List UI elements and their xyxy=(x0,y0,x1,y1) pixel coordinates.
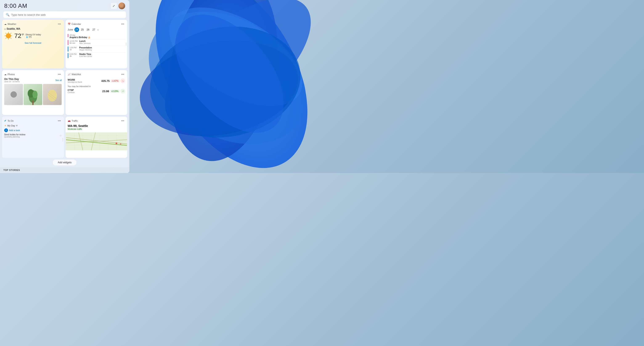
watchlist-title: Watchlist xyxy=(72,73,81,76)
calendar-event-studio[interactable]: 6:00 PM3h Studio Time Conf Rm 32/35 xyxy=(68,52,125,59)
traffic-location: WA-99, Seattle xyxy=(68,124,125,128)
calendar-month: June xyxy=(68,28,73,31)
event-lunch-title: Lunch xyxy=(79,40,91,42)
calendar-chevron-icon[interactable]: ∨ xyxy=(97,29,99,31)
cal-date-25[interactable]: 25 xyxy=(80,28,85,32)
calendar-event-presentation[interactable]: 1:30 PM1h Presentation Skype Meeting xyxy=(68,46,125,52)
weather-precip: 💧 0% xyxy=(26,36,41,38)
traffic-widget: 🚗 Traffic ••• WA-99, Seattle Moderate tr… xyxy=(66,117,128,158)
traffic-widget-header: 🚗 Traffic ••• xyxy=(68,119,125,123)
watchlist-widget: 📈 Watchlist ••• WGRB Woodgrove Bank 435.… xyxy=(66,70,128,115)
traffic-map-svg xyxy=(66,132,128,150)
stock-ctsp-name: Contoso xyxy=(68,91,75,94)
todo-widget-header: ✔ To Do ••• xyxy=(4,119,62,123)
todo-chevron-icon: ∨ xyxy=(16,124,18,127)
watchlist-menu-button[interactable]: ••• xyxy=(120,72,125,76)
cal-date-24[interactable]: 24 xyxy=(74,27,79,32)
weather-title-row: ☁ Weather xyxy=(4,23,16,26)
photo-thumb-2[interactable] xyxy=(24,84,42,105)
calendar-icon: 📅 xyxy=(68,23,71,26)
weather-temp-group: 72°F xyxy=(14,32,24,39)
photo-thumb-3[interactable] xyxy=(43,84,62,105)
calendar-scroll-indicator xyxy=(126,43,126,46)
search-icon: 🔍 xyxy=(6,13,10,17)
svg-line-16 xyxy=(6,38,6,39)
traffic-map[interactable] xyxy=(66,132,128,150)
event-lunch-time: 12:00 PM30 min xyxy=(70,40,78,44)
home-icon: ⌂ xyxy=(4,27,6,30)
photos-date: June 24 · 33 items xyxy=(4,81,20,83)
todo-widget: ✔ To Do ••• ☀ My Day ∨ + Add a task Send… xyxy=(2,117,64,158)
photos-on-this-day: On This Day xyxy=(4,78,20,81)
watchlist-icon: 📈 xyxy=(68,73,71,76)
pillow-svg xyxy=(43,84,62,105)
todo-add-task[interactable]: + Add a task xyxy=(4,128,62,132)
photos-menu-button[interactable]: ••• xyxy=(57,72,62,76)
photo-thumb-1[interactable] xyxy=(4,84,23,105)
stock-row-ctsp[interactable]: CTSP Contoso 23.98 +2.23% ↗ xyxy=(68,88,125,94)
photos-widget: ☁ Photos ••• On This Day June 24 · 33 it… xyxy=(2,70,64,115)
weather-icon: ☁ xyxy=(4,23,6,26)
stock-ctsp-symbol: CTSP xyxy=(68,89,75,91)
search-input[interactable] xyxy=(11,13,124,17)
photos-see-all-link[interactable]: See all xyxy=(55,79,62,82)
event-pres-title: Presentation xyxy=(79,47,92,49)
add-widgets-button[interactable]: Add widgets xyxy=(53,160,76,165)
calendar-nav: June 24 25 26 27 ∨ xyxy=(68,27,125,32)
calendar-widget: 📅 Calendar ••• June 24 25 26 27 ∨ xyxy=(66,20,128,68)
widget-grid: ☁ Weather ••• ⌂ Seattle, WA xyxy=(0,20,129,158)
weather-temperature: 72°F xyxy=(14,32,24,39)
interested-label: You may be interested in xyxy=(68,85,125,88)
widget-panel: 8:00 AM ⤢ 🔍 ☁ Weather ••• ⌂ Seattle, xyxy=(0,0,129,173)
plant-svg xyxy=(24,84,42,105)
event-pres-subtitle: Skype Meeting xyxy=(79,49,92,51)
todo-icon: ✔ xyxy=(4,119,6,122)
traffic-menu-button[interactable]: ••• xyxy=(120,119,125,123)
photos-widget-header: ☁ Photos ••• xyxy=(4,72,62,76)
svg-line-13 xyxy=(6,33,6,34)
stock-wgrb-chart: ↘ xyxy=(120,79,125,83)
event-studio-subtitle: Conf Rm 32/35 xyxy=(79,55,92,58)
todo-menu-button[interactable]: ••• xyxy=(57,119,62,123)
calendar-event-lunch[interactable]: 12:00 PM30 min Lunch Alex Johnson xyxy=(68,39,125,46)
event-studio-time: 6:00 PM3h xyxy=(70,53,78,57)
photos-subheader: On This Day June 24 · 33 items See all xyxy=(4,78,62,83)
stock-wgrb-price: 435.75 xyxy=(101,79,110,83)
photos-grid xyxy=(4,84,62,105)
calendar-event-allday[interactable]: All day Angela's Birthday 🎂 xyxy=(68,33,125,39)
todo-task-subtitle: Quarterly planning xyxy=(4,136,26,138)
expand-button[interactable]: ⤢ xyxy=(111,3,117,9)
weather-location: ⌂ Seattle, WA xyxy=(4,27,62,30)
svg-point-41 xyxy=(116,143,117,144)
event-pres-time: 1:30 PM1h xyxy=(70,47,78,51)
photos-icon: ☁ xyxy=(4,73,6,76)
todo-myday-view[interactable]: ☀ My Day ∨ xyxy=(4,124,62,127)
resize-handle xyxy=(62,138,63,141)
todo-view-label: My Day xyxy=(7,124,15,127)
weather-sun-icon xyxy=(4,32,12,40)
stock-wgrb-symbol: WGRB xyxy=(68,79,82,81)
stock-ctsp-chart: ↗ xyxy=(120,89,125,94)
avatar[interactable] xyxy=(118,3,125,9)
weather-widget-header: ☁ Weather ••• xyxy=(4,22,62,26)
todo-star-icon[interactable]: ☆ xyxy=(60,134,62,137)
time-display: 8:00 AM xyxy=(4,3,27,9)
weather-widget: ☁ Weather ••• ⌂ Seattle, WA xyxy=(2,20,64,68)
todo-add-icon: + xyxy=(4,128,8,132)
panel-header: 8:00 AM ⤢ xyxy=(0,0,129,11)
weather-forecast-link[interactable]: See full forecast xyxy=(4,42,62,44)
stock-row-wgrb[interactable]: WGRB Woodgrove Bank 435.75 -1.67% ↘ xyxy=(68,78,125,84)
photos-title: Photos xyxy=(8,73,15,76)
weather-uv: Strong UV today xyxy=(26,34,41,36)
svg-line-14 xyxy=(10,38,11,39)
calendar-title-row: 📅 Calendar xyxy=(68,23,81,26)
cal-date-27[interactable]: 27 xyxy=(91,28,96,32)
stock-ctsp-price: 23.98 xyxy=(102,90,109,93)
todo-sun-icon: ☀ xyxy=(4,124,6,127)
event-studio-title: Studio Time xyxy=(79,53,92,55)
weather-menu-button[interactable]: ••• xyxy=(57,22,62,26)
win11-swirl xyxy=(122,0,322,173)
cal-date-26[interactable]: 26 xyxy=(86,28,90,32)
calendar-widget-header: 📅 Calendar ••• xyxy=(68,22,125,26)
calendar-menu-button[interactable]: ••• xyxy=(120,22,125,26)
